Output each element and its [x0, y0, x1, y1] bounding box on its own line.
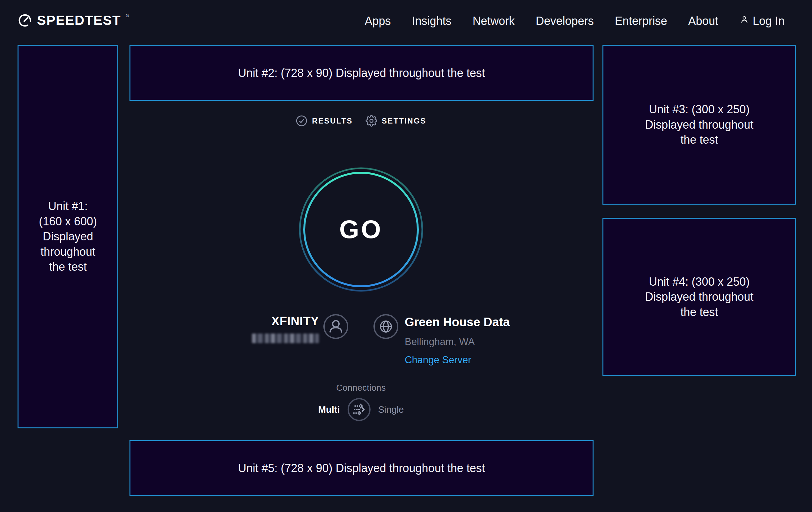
- top-nav: SPEEDTEST ® Apps Insights Network Develo…: [0, 0, 812, 42]
- view-tabs: RESULTS SETTINGS: [296, 115, 427, 127]
- tab-results-label: RESULTS: [312, 116, 353, 126]
- ad-unit-5-text: Unit #5: (728 x 90) Displayed throughout…: [238, 461, 485, 476]
- user-icon: [739, 15, 750, 28]
- ad-unit-1-text: Unit #1: (160 x 600) Displayed throughou…: [39, 198, 97, 274]
- nav-item-network[interactable]: Network: [473, 15, 515, 28]
- nav-item-about[interactable]: About: [688, 15, 718, 28]
- ad-unit-3[interactable]: Unit #3: (300 x 250) Displayed throughou…: [603, 45, 796, 205]
- nav-links: Apps Insights Network Developers Enterpr…: [365, 15, 785, 28]
- multi-connection-arrows-icon: [347, 418, 371, 423]
- ad-unit-4-text: Unit #4: (300 x 250) Displayed throughou…: [645, 274, 753, 320]
- change-server-link[interactable]: Change Server: [405, 354, 471, 366]
- tab-results[interactable]: RESULTS: [296, 115, 353, 127]
- ad-unit-4[interactable]: Unit #4: (300 x 250) Displayed throughou…: [603, 218, 796, 376]
- ad-unit-3-text: Unit #3: (300 x 250) Displayed throughou…: [645, 102, 753, 147]
- connections-single-option[interactable]: Single: [378, 404, 404, 415]
- tab-settings-label: SETTINGS: [382, 116, 427, 126]
- ad-unit-2[interactable]: Unit #2: (728 x 90) Displayed throughout…: [129, 45, 593, 101]
- connections-toggle-row: Multi Single: [318, 397, 404, 422]
- logo-trademark: ®: [126, 14, 129, 18]
- globe-circle-icon: [373, 314, 399, 339]
- connections-label: Connections: [336, 383, 386, 393]
- server-name: Green House Data: [405, 315, 510, 329]
- logo-text: SPEEDTEST: [37, 13, 121, 28]
- gear-icon: [366, 115, 377, 127]
- connections-multi-option[interactable]: Multi: [318, 404, 340, 415]
- ad-unit-2-text: Unit #2: (728 x 90) Displayed throughout…: [238, 65, 485, 81]
- nav-item-apps[interactable]: Apps: [365, 15, 391, 28]
- isp-name: XFINITY: [252, 315, 319, 328]
- nav-item-developers[interactable]: Developers: [536, 15, 594, 28]
- connections-toggle-button[interactable]: [347, 397, 371, 422]
- logo[interactable]: SPEEDTEST ®: [18, 13, 129, 29]
- login-button[interactable]: Log In: [739, 15, 785, 28]
- go-button[interactable]: GO: [297, 166, 425, 293]
- redacted-ip-blur: [252, 333, 319, 343]
- go-label: GO: [297, 166, 425, 293]
- person-circle-icon: [323, 314, 349, 339]
- speedtest-page: SPEEDTEST ® Apps Insights Network Develo…: [0, 0, 812, 512]
- speedtest-gauge-icon: [18, 13, 32, 29]
- ad-unit-5[interactable]: Unit #5: (728 x 90) Displayed throughout…: [129, 440, 593, 496]
- tab-settings[interactable]: SETTINGS: [366, 115, 427, 127]
- nav-item-enterprise[interactable]: Enterprise: [615, 15, 667, 28]
- server-block: Green House Data Bellingham, WA Change S…: [405, 315, 510, 366]
- check-circle-icon: [296, 115, 308, 127]
- ad-unit-1[interactable]: Unit #1: (160 x 600) Displayed throughou…: [18, 45, 118, 428]
- nav-item-insights[interactable]: Insights: [412, 15, 452, 28]
- login-label: Log In: [753, 15, 785, 28]
- server-location: Bellingham, WA: [405, 336, 510, 348]
- isp-block: XFINITY: [252, 315, 319, 343]
